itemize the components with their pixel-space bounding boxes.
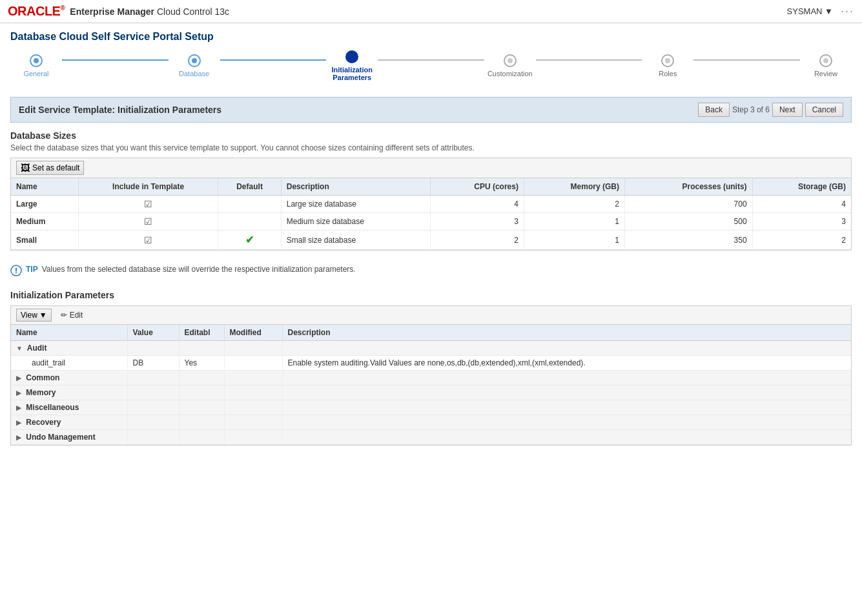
wizard-step-general[interactable]: General — [10, 54, 62, 77]
param-desc: Enable system auditing.Valid Values are … — [282, 356, 851, 371]
page-title: Database Cloud Self Service Portal Setup — [10, 31, 852, 43]
main-content: Database Cloud Self Service Portal Setup… — [0, 23, 862, 616]
init-group-row: ▶ Miscellaneous — [11, 400, 851, 415]
step-circle-roles — [661, 54, 674, 67]
cell-cpu: 2 — [431, 231, 524, 250]
set-default-icon: 🖼 — [21, 163, 30, 173]
group-name-cell[interactable]: ▶ Recovery — [11, 415, 127, 430]
edit-template-title: Edit Service Template: Initialization Pa… — [19, 105, 221, 115]
tip-label: TIP — [26, 265, 38, 274]
group-toggle[interactable]: ▶ — [16, 404, 21, 411]
next-button[interactable]: Next — [772, 103, 803, 117]
view-button[interactable]: View ▼ — [16, 309, 52, 322]
step-circle-review — [819, 54, 832, 67]
tip-text: Values from the selected database size w… — [42, 265, 356, 274]
cell-cpu: 4 — [431, 196, 524, 213]
edit-template-header: Edit Service Template: Initialization Pa… — [10, 97, 852, 123]
edit-label: Edit — [70, 311, 83, 320]
cell-storage: 3 — [752, 213, 851, 231]
step-connector-5 — [693, 59, 800, 61]
table-row[interactable]: Large ☑ Large size database 4 2 700 4 — [11, 196, 851, 213]
wizard-step-init-params[interactable]: Initialization Parameters — [326, 50, 378, 81]
init-toolbar: View ▼ ✏ Edit — [11, 306, 851, 325]
init-params-table: Name Value Editabl Modified Description … — [11, 325, 851, 445]
col-storage: Storage (GB) — [752, 178, 851, 196]
step-label-database: Database — [169, 70, 220, 77]
table-row[interactable]: Small ☑ ✔ Small size database 2 1 350 2 — [11, 231, 851, 250]
step-label-customization: Customization — [484, 70, 536, 77]
db-sizes-desc: Select the database sizes that you want … — [10, 143, 852, 152]
cell-default: ✔ — [218, 231, 281, 250]
init-col-editable: Editabl — [179, 325, 224, 341]
edit-icon: ✏ — [61, 311, 67, 320]
group-toggle[interactable]: ▼ — [16, 345, 23, 352]
table-row[interactable]: Medium ☑ Medium size database 3 1 500 3 — [11, 213, 851, 231]
cancel-button[interactable]: Cancel — [805, 103, 843, 117]
init-col-name: Name — [11, 325, 127, 341]
db-sizes-title: Database Sizes — [10, 130, 852, 141]
group-toggle[interactable]: ▶ — [16, 375, 21, 382]
edit-button[interactable]: ✏ Edit — [57, 309, 87, 321]
wizard-step-customization[interactable]: Customization — [484, 54, 536, 77]
cell-memory: 2 — [524, 196, 624, 213]
oracle-logo: ORACLE® — [8, 4, 65, 19]
cell-processes: 700 — [624, 196, 752, 213]
group-name-cell[interactable]: ▼ Audit — [11, 341, 127, 356]
tip-icon — [10, 265, 22, 278]
cell-name: Small — [11, 231, 78, 250]
set-default-button[interactable]: 🖼 Set as default — [16, 161, 84, 175]
oracle-text: ORACLE® — [8, 4, 65, 18]
step-dot-review — [823, 58, 828, 63]
init-group-row: ▼ Audit — [11, 341, 851, 356]
cell-include: ☑ — [78, 196, 218, 213]
group-name-cell[interactable]: ▶ Common — [11, 371, 127, 385]
col-name: Name — [11, 178, 78, 196]
cell-default — [218, 196, 281, 213]
step-label-review: Review — [800, 70, 852, 77]
col-include: Include in Template — [78, 178, 218, 196]
group-toggle[interactable]: ▶ — [16, 389, 21, 396]
init-params-tbody: ▼ Audit audit_trail DB Yes Enable system… — [11, 341, 851, 445]
init-param-row[interactable]: audit_trail DB Yes Enable system auditin… — [11, 356, 851, 371]
header: ORACLE® Enterprise Manager Cloud Control… — [0, 0, 862, 23]
step-label-roles: Roles — [642, 70, 693, 77]
cell-description: Large size database — [281, 196, 431, 213]
db-sizes-header-row: Name Include in Template Default Descrip… — [11, 178, 851, 196]
init-table-container: View ▼ ✏ Edit Name Value Editabl Modifie… — [10, 305, 852, 446]
template-btn-group: Back Step 3 of 6 Next Cancel — [698, 103, 843, 117]
cell-include: ☑ — [78, 231, 218, 250]
group-name-cell[interactable]: ▶ Memory — [11, 385, 127, 400]
init-col-modified: Modified — [224, 325, 282, 341]
settings-dots[interactable]: ··· — [841, 5, 854, 18]
view-label: View — [21, 311, 37, 320]
init-col-value: Value — [127, 325, 179, 341]
cell-description: Medium size database — [281, 213, 431, 231]
step-circle-general — [30, 54, 43, 67]
group-name-cell[interactable]: ▶ Undo Management — [11, 430, 127, 445]
step-dot-customization — [508, 58, 513, 63]
wizard-step-review[interactable]: Review — [800, 54, 852, 77]
em-label: Enterprise Manager — [70, 6, 154, 17]
col-memory: Memory (GB) — [524, 178, 624, 196]
wizard-steps: General Database Initialization Paramete… — [10, 50, 852, 87]
cell-processes: 500 — [624, 213, 752, 231]
cell-cpu: 3 — [431, 213, 524, 231]
wizard-step-database[interactable]: Database — [169, 54, 220, 77]
back-button[interactable]: Back — [698, 103, 730, 117]
group-toggle[interactable]: ▶ — [16, 419, 21, 426]
param-modified — [224, 356, 282, 371]
wizard-step-roles[interactable]: Roles — [642, 54, 693, 77]
step-label-general: General — [10, 70, 62, 77]
group-toggle[interactable]: ▶ — [16, 434, 21, 441]
param-value: DB — [127, 356, 179, 371]
view-dropdown-icon: ▼ — [39, 311, 47, 320]
group-name-cell[interactable]: ▶ Miscellaneous — [11, 400, 127, 415]
product-name: Cloud Control 13c — [157, 6, 229, 17]
db-sizes-toolbar: 🖼 Set as default — [11, 158, 851, 178]
cell-memory: 1 — [524, 213, 624, 231]
user-name[interactable]: SYSMAN ▼ — [787, 6, 833, 16]
init-params-title: Initialization Parameters — [10, 290, 852, 300]
param-editable: Yes — [179, 356, 224, 371]
init-group-row: ▶ Recovery — [11, 415, 851, 430]
cell-memory: 1 — [524, 231, 624, 250]
